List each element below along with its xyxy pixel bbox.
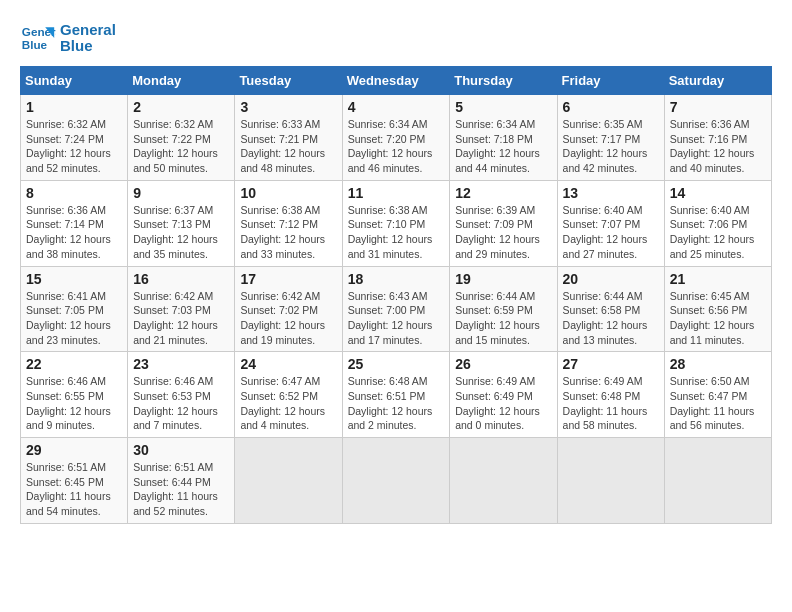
- calendar-day-cell: 13Sunrise: 6:40 AM Sunset: 7:07 PM Dayli…: [557, 180, 664, 266]
- calendar-day-cell: [450, 438, 557, 524]
- day-number: 30: [133, 442, 229, 458]
- calendar-day-cell: 25Sunrise: 6:48 AM Sunset: 6:51 PM Dayli…: [342, 352, 450, 438]
- day-info: Sunrise: 6:44 AM Sunset: 6:58 PM Dayligh…: [563, 289, 659, 348]
- day-info: Sunrise: 6:40 AM Sunset: 7:07 PM Dayligh…: [563, 203, 659, 262]
- day-info: Sunrise: 6:36 AM Sunset: 7:14 PM Dayligh…: [26, 203, 122, 262]
- calendar-table: SundayMondayTuesdayWednesdayThursdayFrid…: [20, 66, 772, 524]
- day-info: Sunrise: 6:44 AM Sunset: 6:59 PM Dayligh…: [455, 289, 551, 348]
- header: General Blue GeneralBlue: [20, 20, 772, 56]
- day-number: 19: [455, 271, 551, 287]
- calendar-day-cell: 17Sunrise: 6:42 AM Sunset: 7:02 PM Dayli…: [235, 266, 342, 352]
- day-info: Sunrise: 6:32 AM Sunset: 7:24 PM Dayligh…: [26, 117, 122, 176]
- day-info: Sunrise: 6:41 AM Sunset: 7:05 PM Dayligh…: [26, 289, 122, 348]
- calendar-day-cell: 24Sunrise: 6:47 AM Sunset: 6:52 PM Dayli…: [235, 352, 342, 438]
- day-number: 16: [133, 271, 229, 287]
- calendar-week-row: 1Sunrise: 6:32 AM Sunset: 7:24 PM Daylig…: [21, 95, 772, 181]
- day-number: 25: [348, 356, 445, 372]
- day-info: Sunrise: 6:42 AM Sunset: 7:02 PM Dayligh…: [240, 289, 336, 348]
- calendar-day-cell: 5Sunrise: 6:34 AM Sunset: 7:18 PM Daylig…: [450, 95, 557, 181]
- day-info: Sunrise: 6:49 AM Sunset: 6:48 PM Dayligh…: [563, 374, 659, 433]
- day-number: 9: [133, 185, 229, 201]
- day-info: Sunrise: 6:32 AM Sunset: 7:22 PM Dayligh…: [133, 117, 229, 176]
- calendar-day-cell: 26Sunrise: 6:49 AM Sunset: 6:49 PM Dayli…: [450, 352, 557, 438]
- day-info: Sunrise: 6:34 AM Sunset: 7:20 PM Dayligh…: [348, 117, 445, 176]
- calendar-day-cell: [664, 438, 771, 524]
- calendar-day-cell: 14Sunrise: 6:40 AM Sunset: 7:06 PM Dayli…: [664, 180, 771, 266]
- day-of-week-header: Thursday: [450, 67, 557, 95]
- calendar-day-cell: 15Sunrise: 6:41 AM Sunset: 7:05 PM Dayli…: [21, 266, 128, 352]
- svg-text:Blue: Blue: [22, 38, 48, 51]
- day-info: Sunrise: 6:51 AM Sunset: 6:45 PM Dayligh…: [26, 460, 122, 519]
- day-of-week-header: Friday: [557, 67, 664, 95]
- day-number: 1: [26, 99, 122, 115]
- calendar-day-cell: 3Sunrise: 6:33 AM Sunset: 7:21 PM Daylig…: [235, 95, 342, 181]
- day-number: 3: [240, 99, 336, 115]
- logo-text: GeneralBlue: [60, 22, 116, 55]
- day-number: 2: [133, 99, 229, 115]
- calendar-day-cell: 19Sunrise: 6:44 AM Sunset: 6:59 PM Dayli…: [450, 266, 557, 352]
- day-info: Sunrise: 6:38 AM Sunset: 7:10 PM Dayligh…: [348, 203, 445, 262]
- day-info: Sunrise: 6:48 AM Sunset: 6:51 PM Dayligh…: [348, 374, 445, 433]
- day-number: 28: [670, 356, 766, 372]
- day-number: 10: [240, 185, 336, 201]
- day-info: Sunrise: 6:39 AM Sunset: 7:09 PM Dayligh…: [455, 203, 551, 262]
- day-number: 8: [26, 185, 122, 201]
- day-number: 14: [670, 185, 766, 201]
- day-info: Sunrise: 6:49 AM Sunset: 6:49 PM Dayligh…: [455, 374, 551, 433]
- calendar-day-cell: 20Sunrise: 6:44 AM Sunset: 6:58 PM Dayli…: [557, 266, 664, 352]
- day-info: Sunrise: 6:46 AM Sunset: 6:53 PM Dayligh…: [133, 374, 229, 433]
- header-row: SundayMondayTuesdayWednesdayThursdayFrid…: [21, 67, 772, 95]
- calendar-day-cell: 29Sunrise: 6:51 AM Sunset: 6:45 PM Dayli…: [21, 438, 128, 524]
- calendar-day-cell: 8Sunrise: 6:36 AM Sunset: 7:14 PM Daylig…: [21, 180, 128, 266]
- day-number: 17: [240, 271, 336, 287]
- day-info: Sunrise: 6:51 AM Sunset: 6:44 PM Dayligh…: [133, 460, 229, 519]
- day-info: Sunrise: 6:33 AM Sunset: 7:21 PM Dayligh…: [240, 117, 336, 176]
- day-number: 24: [240, 356, 336, 372]
- day-info: Sunrise: 6:47 AM Sunset: 6:52 PM Dayligh…: [240, 374, 336, 433]
- day-of-week-header: Monday: [128, 67, 235, 95]
- calendar-day-cell: 6Sunrise: 6:35 AM Sunset: 7:17 PM Daylig…: [557, 95, 664, 181]
- calendar-day-cell: 10Sunrise: 6:38 AM Sunset: 7:12 PM Dayli…: [235, 180, 342, 266]
- day-info: Sunrise: 6:40 AM Sunset: 7:06 PM Dayligh…: [670, 203, 766, 262]
- day-number: 18: [348, 271, 445, 287]
- calendar-day-cell: 22Sunrise: 6:46 AM Sunset: 6:55 PM Dayli…: [21, 352, 128, 438]
- day-of-week-header: Sunday: [21, 67, 128, 95]
- day-number: 5: [455, 99, 551, 115]
- calendar-day-cell: 18Sunrise: 6:43 AM Sunset: 7:00 PM Dayli…: [342, 266, 450, 352]
- day-number: 26: [455, 356, 551, 372]
- calendar-day-cell: 28Sunrise: 6:50 AM Sunset: 6:47 PM Dayli…: [664, 352, 771, 438]
- day-info: Sunrise: 6:43 AM Sunset: 7:00 PM Dayligh…: [348, 289, 445, 348]
- day-number: 27: [563, 356, 659, 372]
- calendar-day-cell: 11Sunrise: 6:38 AM Sunset: 7:10 PM Dayli…: [342, 180, 450, 266]
- calendar-day-cell: 9Sunrise: 6:37 AM Sunset: 7:13 PM Daylig…: [128, 180, 235, 266]
- calendar-day-cell: 4Sunrise: 6:34 AM Sunset: 7:20 PM Daylig…: [342, 95, 450, 181]
- calendar-day-cell: 23Sunrise: 6:46 AM Sunset: 6:53 PM Dayli…: [128, 352, 235, 438]
- calendar-day-cell: [342, 438, 450, 524]
- calendar-day-cell: [557, 438, 664, 524]
- day-info: Sunrise: 6:50 AM Sunset: 6:47 PM Dayligh…: [670, 374, 766, 433]
- calendar-day-cell: 21Sunrise: 6:45 AM Sunset: 6:56 PM Dayli…: [664, 266, 771, 352]
- day-number: 7: [670, 99, 766, 115]
- day-info: Sunrise: 6:45 AM Sunset: 6:56 PM Dayligh…: [670, 289, 766, 348]
- day-of-week-header: Wednesday: [342, 67, 450, 95]
- calendar-week-row: 29Sunrise: 6:51 AM Sunset: 6:45 PM Dayli…: [21, 438, 772, 524]
- day-number: 4: [348, 99, 445, 115]
- day-info: Sunrise: 6:36 AM Sunset: 7:16 PM Dayligh…: [670, 117, 766, 176]
- day-info: Sunrise: 6:42 AM Sunset: 7:03 PM Dayligh…: [133, 289, 229, 348]
- day-info: Sunrise: 6:46 AM Sunset: 6:55 PM Dayligh…: [26, 374, 122, 433]
- day-number: 20: [563, 271, 659, 287]
- day-number: 12: [455, 185, 551, 201]
- day-of-week-header: Tuesday: [235, 67, 342, 95]
- day-info: Sunrise: 6:37 AM Sunset: 7:13 PM Dayligh…: [133, 203, 229, 262]
- day-number: 21: [670, 271, 766, 287]
- day-number: 29: [26, 442, 122, 458]
- calendar-day-cell: 1Sunrise: 6:32 AM Sunset: 7:24 PM Daylig…: [21, 95, 128, 181]
- day-number: 23: [133, 356, 229, 372]
- day-info: Sunrise: 6:34 AM Sunset: 7:18 PM Dayligh…: [455, 117, 551, 176]
- day-of-week-header: Saturday: [664, 67, 771, 95]
- day-info: Sunrise: 6:38 AM Sunset: 7:12 PM Dayligh…: [240, 203, 336, 262]
- calendar-day-cell: 12Sunrise: 6:39 AM Sunset: 7:09 PM Dayli…: [450, 180, 557, 266]
- day-number: 13: [563, 185, 659, 201]
- logo-icon: General Blue: [20, 20, 56, 56]
- logo: General Blue GeneralBlue: [20, 20, 116, 56]
